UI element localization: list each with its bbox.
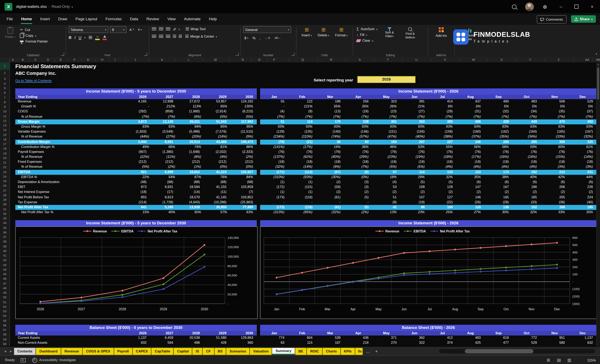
row-label-cell[interactable]: Current Assets <box>15 336 124 340</box>
cell[interactable]: 186 <box>513 185 541 190</box>
ribbon-tab-data[interactable]: Data <box>126 13 142 25</box>
cell[interactable]: 385 <box>428 119 457 124</box>
row-header-28[interactable]: 28 <box>0 193 9 198</box>
row-label-cell[interactable]: Growth % <box>15 104 127 109</box>
column-header-cell[interactable]: Jan <box>260 331 288 336</box>
cell[interactable]: 6,459 <box>150 336 177 340</box>
dialog-launcher-icon[interactable] <box>61 53 64 56</box>
cell[interactable]: (7) <box>230 190 257 195</box>
cell[interactable]: 325 <box>569 139 597 144</box>
row-header-22[interactable]: 22 <box>0 165 9 170</box>
cell[interactable]: (21) <box>288 139 316 144</box>
row-label-cell[interactable]: Fixed Expenses <box>15 160 124 165</box>
cell[interactable]: (18) <box>569 160 597 165</box>
cell[interactable]: (29) <box>484 200 513 205</box>
font-color-button[interactable]: A <box>103 35 107 40</box>
sort-filter-button[interactable]: Sort & Filter▾ <box>380 26 399 39</box>
vertical-scrollbar-thumb[interactable] <box>597 67 599 100</box>
column-header-cell[interactable]: Nov <box>541 94 569 99</box>
cell[interactable]: (3%) <box>541 165 569 170</box>
row-header-21[interactable]: 21 <box>0 160 9 165</box>
cell[interactable]: (7%) <box>260 114 288 119</box>
cell[interactable]: 128 <box>428 185 457 190</box>
cell[interactable]: (7,576) <box>203 129 230 134</box>
cell[interactable]: (76) <box>484 150 513 155</box>
column-header-S[interactable]: S <box>356 57 364 62</box>
row-label-cell[interactable]: Payroll Expenses <box>15 150 124 155</box>
cell[interactable]: 86% <box>231 144 257 149</box>
cell[interactable]: 36 <box>316 139 344 144</box>
cell[interactable]: (1) <box>260 180 288 185</box>
cell[interactable]: 152 <box>513 205 541 210</box>
cell[interactable]: 93% <box>428 124 457 129</box>
cell[interactable]: 1,137 <box>124 336 150 340</box>
cell[interactable]: 772 <box>513 336 541 340</box>
cell[interactable]: (18) <box>288 160 316 165</box>
cell[interactable]: 26,011 <box>177 119 204 124</box>
column-header-AA[interactable]: AA <box>583 57 591 62</box>
cell[interactable]: (29%) <box>344 155 372 159</box>
annual-line-chart[interactable]: 140,000120,000100,00080,00060,00040,0002… <box>15 227 258 319</box>
cell[interactable]: 30% <box>484 210 513 215</box>
cell[interactable]: 374 <box>428 340 457 346</box>
cell[interactable]: (7%) <box>127 114 153 119</box>
cell[interactable]: 477 <box>484 340 513 346</box>
cell[interactable]: (17%) <box>288 144 316 149</box>
row-header-39[interactable]: 39 <box>0 244 9 249</box>
cell[interactable]: 3,873 <box>124 119 150 124</box>
cell[interactable]: (18) <box>428 160 457 165</box>
column-header-K[interactable]: K <box>158 57 166 62</box>
sheet-tab-cogs-opex[interactable]: COGS & OPEX <box>83 348 113 355</box>
cell[interactable]: 256 <box>344 99 372 104</box>
cell[interactable]: 207 <box>400 139 428 144</box>
row-header-59[interactable]: 59 <box>0 337 9 342</box>
cell[interactable]: (0%) <box>344 175 372 180</box>
cell[interactable]: 246 <box>457 139 485 144</box>
cell[interactable]: 412 <box>428 336 457 340</box>
new-sheet-button[interactable]: + <box>373 349 380 354</box>
row-header-41[interactable]: 41 <box>0 253 9 258</box>
cell[interactable]: (6) <box>541 180 569 185</box>
cell[interactable]: 74% <box>179 144 205 149</box>
sheet-tab-dashboard[interactable]: Dashboard <box>36 348 61 355</box>
sheet-tab-sc[interactable]: Sc <box>356 348 363 355</box>
cell[interactable]: 120 <box>457 205 485 210</box>
row-label-cell[interactable]: Net Profit After Tax <box>15 205 124 210</box>
row-header-46[interactable]: 46 <box>0 277 9 281</box>
cell[interactable]: 8,591 <box>150 139 177 144</box>
comma-style-button[interactable]: , <box>258 35 262 41</box>
cell[interactable]: (10,286) <box>203 200 230 205</box>
row-label-cell[interactable]: Depreciation & Amortization <box>15 180 124 185</box>
reporting-year-input[interactable]: 2026 <box>357 76 416 83</box>
cell[interactable]: 41,155 <box>203 185 230 190</box>
column-header-B[interactable]: B <box>19 57 27 62</box>
cell[interactable]: 285 <box>513 139 541 144</box>
cell[interactable]: 41,145 <box>203 195 230 200</box>
column-header-cell[interactable]: Feb <box>288 94 316 99</box>
row-header-43[interactable]: 43 <box>0 263 9 267</box>
cell[interactable]: (3) <box>344 180 372 185</box>
column-header-cell[interactable]: Nov <box>541 331 569 336</box>
row-header-7[interactable]: 7 <box>0 95 9 100</box>
align-left-icon[interactable] <box>152 35 156 38</box>
cell[interactable]: 529 <box>513 340 541 346</box>
row-header-15[interactable]: 15 <box>0 132 9 137</box>
cell[interactable]: 57 <box>372 170 401 174</box>
merge-center-button[interactable]: Merge & Center▾ <box>184 34 218 39</box>
cell[interactable]: 57% <box>205 210 231 215</box>
cell[interactable]: (0) <box>344 170 372 174</box>
cell[interactable]: (212) <box>177 160 204 165</box>
row-header-27[interactable]: 27 <box>0 188 9 193</box>
sheet-tab-kpis[interactable]: KPIs <box>340 348 355 355</box>
cell[interactable]: 185 <box>569 205 597 210</box>
row-header-6[interactable]: 6 <box>0 91 9 95</box>
cell[interactable]: (5,499) <box>177 129 204 134</box>
row-header-26[interactable]: 26 <box>0 184 9 188</box>
cell[interactable]: (2) <box>372 190 401 195</box>
sheet-tab-be[interactable]: BE <box>295 348 306 355</box>
cell[interactable]: (18) <box>316 160 344 165</box>
column-header-AB[interactable]: AB <box>594 57 600 62</box>
cell[interactable]: (7%) <box>428 114 457 119</box>
cell[interactable]: (151) <box>372 129 401 134</box>
column-header-cell[interactable]: 2029 <box>203 331 230 336</box>
